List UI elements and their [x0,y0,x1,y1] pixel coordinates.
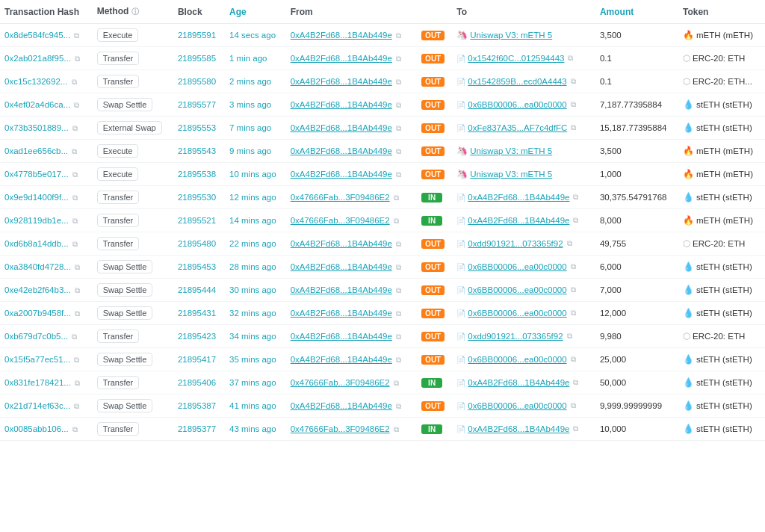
copy-icon[interactable]: ⧉ [72,124,78,132]
from-address[interactable]: 0x47666Fab...3F09486E2 [291,378,390,387]
copy-icon[interactable]: ⧉ [396,55,401,63]
copy-icon[interactable]: ⧉ [396,147,401,155]
from-address[interactable]: 0xA4B2Fd68...1B4Ab449e [291,309,392,318]
to-address[interactable]: 0xA4B2Fd68...1B4Ab449e [468,193,569,202]
copy-icon[interactable]: ⧉ [394,194,399,202]
tx-hash-link[interactable]: 0xe42eb2f64b3... [4,285,71,294]
to-address[interactable]: 0x1542859B...ecd0A4443 [468,77,566,86]
from-address[interactable]: 0x47666Fab...3F09486E2 [291,424,390,433]
tx-hash-link[interactable]: 0x0085abb106... [4,424,69,433]
to-address[interactable]: 0xdd901921...073365f92 [468,239,563,248]
copy-icon[interactable]: ⧉ [571,77,576,86]
block-link[interactable]: 21895417 [178,355,216,364]
copy-icon[interactable]: ⧉ [72,170,78,179]
copy-icon[interactable]: ⧉ [573,378,578,387]
tx-hash-link[interactable]: 0x4ef02a4d6ca... [4,100,70,109]
from-address[interactable]: 0xA4B2Fd68...1B4Ab449e [291,332,392,341]
tx-hash-link[interactable]: 0x8de584fc945... [4,31,70,40]
block-link[interactable]: 21895591 [178,31,216,40]
tx-hash-link[interactable]: 0xc15c132692... [4,77,67,86]
tx-hash-link[interactable]: 0x15f5a77ec51... [4,355,70,364]
copy-icon[interactable]: ⧉ [75,379,80,387]
from-address[interactable]: 0xA4B2Fd68...1B4Ab449e [291,54,392,63]
copy-icon[interactable]: ⧉ [396,240,401,248]
to-address[interactable]: 0x6BB00006...ea00c0000 [468,100,566,109]
block-link[interactable]: 21895577 [178,100,216,109]
tx-hash-link[interactable]: 0x4778b5e017... [4,170,69,179]
block-link[interactable]: 21895585 [178,54,216,63]
from-address[interactable]: 0xA4B2Fd68...1B4Ab449e [291,100,392,109]
tx-hash-link[interactable]: 0xd6b8a14ddb... [4,239,69,248]
copy-icon[interactable]: ⧉ [396,309,401,318]
copy-icon[interactable]: ⧉ [571,262,576,271]
copy-icon[interactable]: ⧉ [396,263,401,271]
copy-icon[interactable]: ⧉ [396,31,401,40]
copy-icon[interactable]: ⧉ [396,356,401,364]
copy-icon[interactable]: ⧉ [573,424,578,433]
tx-hash-link[interactable]: 0xad1ee656cb... [4,146,68,155]
to-address[interactable]: 0xA4B2Fd68...1B4Ab449e [468,424,569,433]
copy-icon[interactable]: ⧉ [396,286,401,294]
copy-icon[interactable]: ⧉ [72,194,78,202]
from-address[interactable]: 0xA4B2Fd68...1B4Ab449e [291,285,392,294]
copy-icon[interactable]: ⧉ [72,425,78,433]
tx-hash-link[interactable]: 0x9e9d1400f9f... [4,193,69,202]
from-address[interactable]: 0x47666Fab...3F09486E2 [291,193,390,202]
copy-icon[interactable]: ⧉ [396,332,401,341]
copy-icon[interactable]: ⧉ [396,78,401,86]
from-address[interactable]: 0xA4B2Fd68...1B4Ab449e [291,77,392,86]
block-link[interactable]: 21895553 [178,123,216,132]
to-address[interactable]: 0xA4B2Fd68...1B4Ab449e [468,216,569,225]
copy-icon[interactable]: ⧉ [396,402,401,410]
from-address[interactable]: 0x47666Fab...3F09486E2 [291,216,390,225]
to-address[interactable]: 0xA4B2Fd68...1B4Ab449e [468,378,569,387]
tx-hash-link[interactable]: 0xb679d7c0b5... [4,332,68,341]
block-link[interactable]: 21895480 [178,239,216,248]
to-address[interactable]: Uniswap V3: mETH 5 [470,170,552,179]
copy-icon[interactable]: ⧉ [396,124,401,132]
to-address[interactable]: 0xFe837A35...AF7c4dfFC [468,123,567,132]
copy-icon[interactable]: ⧉ [74,402,79,410]
copy-icon[interactable]: ⧉ [75,55,80,63]
copy-icon[interactable]: ⧉ [571,100,576,109]
copy-icon[interactable]: ⧉ [74,101,79,109]
from-address[interactable]: 0xA4B2Fd68...1B4Ab449e [291,239,392,248]
copy-icon[interactable]: ⧉ [72,217,78,225]
block-link[interactable]: 21895387 [178,401,216,410]
copy-icon[interactable]: ⧉ [567,332,572,341]
copy-icon[interactable]: ⧉ [394,379,399,387]
copy-icon[interactable]: ⧉ [394,217,399,225]
tx-hash-link[interactable]: 0x831fe178421... [4,378,71,387]
to-address[interactable]: 0x6BB00006...ea00c0000 [468,285,566,294]
copy-icon[interactable]: ⧉ [571,285,576,294]
from-address[interactable]: 0xA4B2Fd68...1B4Ab449e [291,31,392,40]
copy-icon[interactable]: ⧉ [75,309,80,318]
tx-hash-link[interactable]: 0x2ab021a8f95... [4,54,71,63]
copy-icon[interactable]: ⧉ [74,31,79,40]
copy-icon[interactable]: ⧉ [571,401,576,410]
copy-icon[interactable]: ⧉ [568,54,573,63]
copy-icon[interactable]: ⧉ [396,170,401,179]
block-link[interactable]: 21895444 [178,285,216,294]
copy-icon[interactable]: ⧉ [75,286,80,294]
from-address[interactable]: 0xA4B2Fd68...1B4Ab449e [291,170,392,179]
copy-icon[interactable]: ⧉ [75,263,80,271]
from-address[interactable]: 0xA4B2Fd68...1B4Ab449e [291,146,392,155]
from-address[interactable]: 0xA4B2Fd68...1B4Ab449e [291,123,392,132]
from-address[interactable]: 0xA4B2Fd68...1B4Ab449e [291,401,392,410]
to-address[interactable]: Uniswap V3: mETH 5 [470,146,552,155]
block-link[interactable]: 21895431 [178,309,216,318]
copy-icon[interactable]: ⧉ [571,309,576,318]
block-link[interactable]: 21895406 [178,378,216,387]
block-link[interactable]: 21895538 [178,170,216,179]
copy-icon[interactable]: ⧉ [571,355,576,364]
from-address[interactable]: 0xA4B2Fd68...1B4Ab449e [291,355,392,364]
copy-icon[interactable]: ⧉ [396,101,401,109]
copy-icon[interactable]: ⧉ [394,425,399,433]
tx-hash-link[interactable]: 0xa3840fd4728... [4,262,71,271]
to-address[interactable]: 0x6BB00006...ea00c0000 [468,355,566,364]
tx-hash-link[interactable]: 0x73b3501889... [4,123,69,132]
tx-hash-link[interactable]: 0x928119db1e... [4,216,69,225]
to-address[interactable]: 0xdd901921...073365f92 [468,332,563,341]
tx-hash-link[interactable]: 0x21d714ef63c... [4,401,70,410]
